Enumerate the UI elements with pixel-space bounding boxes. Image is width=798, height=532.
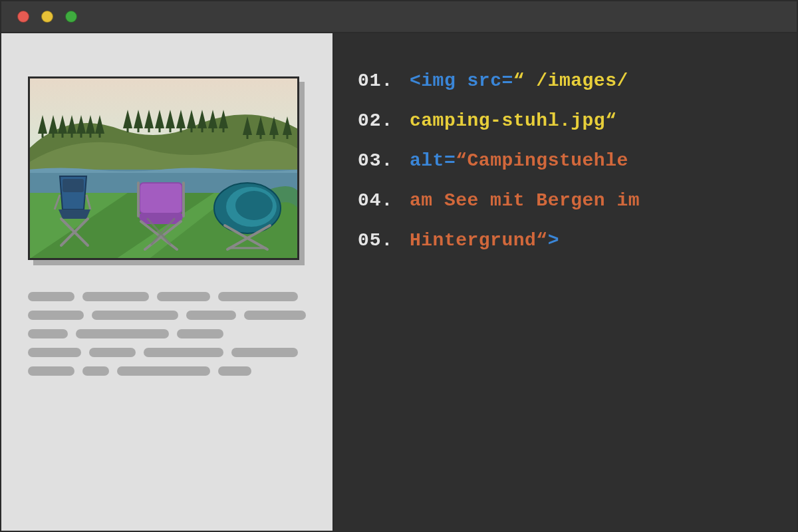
close-icon[interactable] — [17, 11, 29, 23]
svg-rect-16 — [191, 128, 193, 132]
camping-scene-illustration — [28, 76, 299, 260]
code-text: camping-stuhl.jpg“ — [410, 112, 616, 130]
svg-rect-21 — [260, 135, 262, 139]
svg-rect-17 — [201, 128, 203, 132]
line-number: 05. — [358, 231, 410, 250]
code-text: Hintergrund“> — [410, 231, 559, 250]
svg-rect-12 — [148, 128, 150, 132]
svg-rect-7 — [80, 134, 82, 138]
content-area: 01.<img src=“ /images/02.camping-stuhl.j… — [1, 33, 797, 531]
svg-rect-14 — [170, 128, 172, 132]
placeholder-line — [28, 292, 306, 301]
maximize-icon[interactable] — [65, 11, 77, 23]
titlebar — [1, 1, 797, 33]
code-line: 03.alt=“Campingstuehle — [334, 152, 797, 170]
svg-rect-8 — [90, 134, 92, 138]
svg-rect-6 — [71, 134, 73, 138]
code-text: am See mit Bergen im — [410, 192, 640, 210]
svg-rect-20 — [247, 135, 249, 139]
svg-rect-27 — [140, 183, 182, 213]
svg-rect-22 — [273, 135, 275, 139]
svg-rect-26 — [63, 179, 84, 192]
svg-rect-3 — [42, 134, 44, 138]
placeholder-line — [28, 348, 306, 357]
code-pane: 01.<img src=“ /images/02.camping-stuhl.j… — [332, 33, 797, 531]
code-line: 02.camping-stuhl.jpg“ — [334, 112, 797, 130]
placeholder-line — [28, 311, 306, 320]
code-line: 01.<img src=“ /images/ — [334, 72, 797, 90]
svg-rect-5 — [62, 134, 64, 138]
code-line: 04.am See mit Bergen im — [334, 192, 797, 210]
svg-rect-9 — [99, 134, 101, 138]
svg-rect-18 — [212, 128, 214, 132]
svg-rect-11 — [138, 128, 140, 132]
line-number: 01. — [358, 72, 410, 90]
svg-rect-10 — [127, 128, 129, 132]
code-text: alt=“Campingstuehle — [410, 152, 628, 170]
placeholder-line — [28, 366, 306, 376]
minimize-icon[interactable] — [41, 11, 53, 23]
line-number: 04. — [358, 192, 410, 210]
svg-rect-23 — [287, 135, 289, 139]
placeholder-text — [28, 292, 306, 376]
app-window: 01.<img src=“ /images/02.camping-stuhl.j… — [0, 0, 798, 532]
svg-rect-4 — [53, 134, 55, 138]
placeholder-line — [28, 329, 306, 338]
code-text: <img src=“ /images/ — [410, 72, 628, 90]
preview-pane — [1, 33, 332, 531]
svg-rect-15 — [180, 128, 182, 132]
svg-point-30 — [235, 191, 273, 220]
camping-image — [28, 76, 299, 260]
line-number: 02. — [358, 112, 410, 130]
line-number: 03. — [358, 152, 410, 170]
svg-rect-13 — [159, 128, 161, 132]
code-line: 05.Hintergrund“> — [334, 231, 797, 250]
svg-rect-19 — [223, 128, 225, 132]
